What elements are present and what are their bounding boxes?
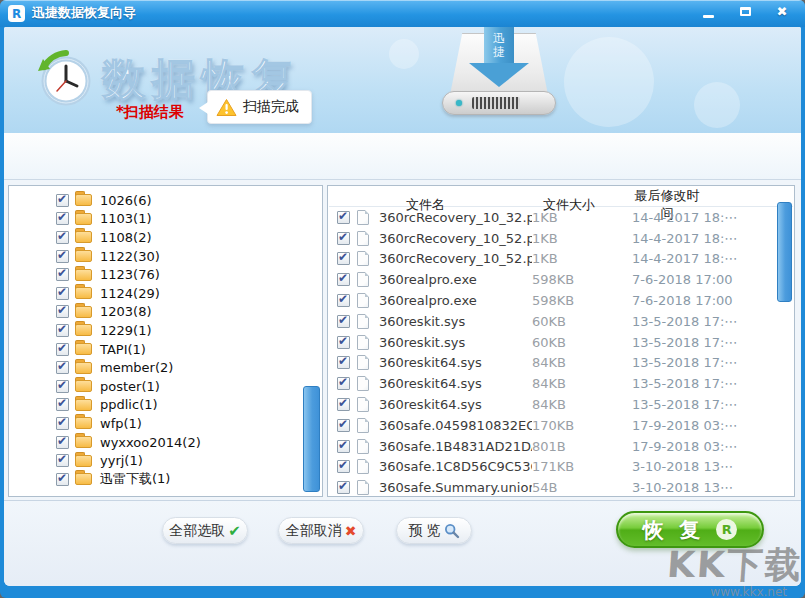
maximize-button[interactable] — [731, 2, 759, 21]
file-icon — [357, 231, 369, 246]
file-row[interactable]: 360reskit.sys 60KB 13-5-2018 17:⋯ — [329, 311, 793, 332]
tree-item[interactable]: poster(1) — [10, 377, 321, 396]
tree-item[interactable]: ppdlic(1) — [10, 396, 321, 415]
folder-checkbox[interactable] — [56, 268, 69, 281]
file-checkbox[interactable] — [337, 481, 350, 494]
file-row[interactable]: 360rcRecovery_10_52.png 1KB 14-4-2017 18… — [329, 228, 793, 249]
folder-checkbox[interactable] — [56, 398, 69, 411]
magnifier-icon — [444, 523, 460, 539]
tree-item[interactable]: yyrj(1) — [10, 451, 321, 470]
folder-checkbox[interactable] — [56, 287, 69, 300]
file-row[interactable]: 360realpro.exe 598KB 7-6-2018 17:00 — [329, 290, 793, 311]
file-list-header: 文件名 文件大小 最后修改时间 — [329, 187, 793, 207]
tree-item[interactable]: 1124(29) — [10, 284, 321, 303]
tree-item[interactable]: wfp(1) — [10, 414, 321, 433]
tree-scrollbar-thumb[interactable] — [303, 386, 320, 492]
file-modified: 13-5-2018 17:⋯ — [632, 314, 793, 329]
folder-tree-panel: 1026(6) 1103(1) 1108(2) — [8, 185, 323, 497]
file-row[interactable]: 360reskit64.sys 84KB 13-5-2018 17:⋯ — [329, 353, 793, 374]
file-row[interactable]: 360safe.1B4831AD21DA⋯ 801B 17-9-2018 03:… — [329, 436, 793, 457]
file-row[interactable]: 360safe.0459810832EC3⋯ 170KB 17-9-2018 0… — [329, 415, 793, 436]
file-row[interactable]: 360realpro.exe 598KB 7-6-2018 17:00 — [329, 269, 793, 290]
scan-result-label: *扫描结果 — [116, 103, 184, 122]
folder-checkbox[interactable] — [56, 473, 69, 486]
folder-checkbox[interactable] — [56, 231, 69, 244]
folder-checkbox[interactable] — [56, 212, 69, 225]
file-row[interactable]: 360reskit.sys 60KB 13-5-2018 17:⋯ — [329, 332, 793, 353]
file-checkbox[interactable] — [337, 315, 350, 328]
tree-item[interactable]: 迅雷下载(1) — [10, 470, 321, 489]
preview-button[interactable]: 预 览 — [396, 517, 472, 544]
tree-item[interactable]: 1103(1) — [10, 210, 321, 229]
file-row[interactable]: 360reskit64.sys 84KB 13-5-2018 17:⋯ — [329, 373, 793, 394]
bokeh-decoration — [694, 82, 740, 128]
file-checkbox[interactable] — [337, 440, 350, 453]
registered-badge-icon: R — [716, 519, 737, 540]
file-checkbox[interactable] — [337, 377, 350, 390]
tree-item[interactable]: 1203(8) — [10, 303, 321, 322]
close-button[interactable]: ✖ — [768, 2, 796, 21]
folder-checkbox[interactable] — [56, 417, 69, 430]
file-checkbox[interactable] — [337, 460, 350, 473]
file-row[interactable]: 360safe.1C8D56C9C53C⋯ 171KB 3-10-2018 13… — [329, 457, 793, 478]
file-icon — [357, 418, 369, 433]
select-all-button[interactable]: 全部选取 ✔ — [162, 517, 248, 544]
folder-icon — [75, 306, 92, 318]
file-icon — [357, 355, 369, 370]
folder-checkbox[interactable] — [56, 343, 69, 356]
file-checkbox[interactable] — [337, 356, 350, 369]
folder-checkbox[interactable] — [56, 250, 69, 263]
file-modified: 3-10-2018 13⋯ — [632, 459, 793, 474]
recover-button[interactable]: 恢 复 R — [616, 511, 764, 548]
folder-checkbox[interactable] — [56, 305, 69, 318]
watermark-site: www.kkx.net — [667, 586, 803, 598]
file-row[interactable]: 360rcRecovery_10_32.png 1KB 14-4-2017 18… — [329, 207, 793, 228]
file-name: 360realpro.exe — [379, 293, 532, 308]
file-row[interactable]: 360reskit64.sys 84KB 13-5-2018 17:⋯ — [329, 394, 793, 415]
tree-item[interactable]: wyxxoo2014(2) — [10, 433, 321, 452]
tree-item[interactable]: 1122(30) — [10, 247, 321, 266]
folder-icon — [75, 417, 92, 429]
file-icon — [357, 439, 369, 454]
file-checkbox[interactable] — [337, 398, 350, 411]
file-row[interactable]: 360safe.Summary.union1 54B 3-10-2018 13⋯ — [329, 477, 793, 495]
file-checkbox[interactable] — [337, 419, 350, 432]
folder-label: wfp(1) — [100, 416, 142, 431]
folder-checkbox[interactable] — [56, 436, 69, 449]
app-logo-icon: R — [8, 5, 25, 22]
file-checkbox[interactable] — [337, 294, 350, 307]
folder-checkbox[interactable] — [56, 194, 69, 207]
folder-icon — [75, 287, 92, 299]
search-bar: 搜索文件: 搜 索 选择恢复路径 ··· — [4, 133, 801, 180]
file-size: 1KB — [532, 251, 632, 266]
folder-checkbox[interactable] — [56, 361, 69, 374]
folder-checkbox[interactable] — [56, 454, 69, 467]
tree-item[interactable]: 1108(2) — [10, 228, 321, 247]
app-window: R 迅捷数据恢复向导 ✖ 数据恢复 *扫描结 — [0, 0, 805, 598]
tree-item[interactable]: TAPI(1) — [10, 340, 321, 359]
file-checkbox[interactable] — [337, 336, 350, 349]
header-banner: 数据恢复 *扫描结果 扫描完成 迅 捷 — [4, 27, 801, 133]
file-name: 360rcRecovery_10_52.png — [379, 231, 532, 246]
file-name: 360safe.0459810832EC3⋯ — [379, 418, 532, 433]
file-row[interactable]: 360rcRecovery_10_52.png 1KB 14-4-2017 18… — [329, 249, 793, 270]
file-checkbox[interactable] — [337, 273, 350, 286]
folder-label: 1203(8) — [100, 304, 152, 319]
folder-icon — [75, 380, 92, 392]
minimize-button[interactable] — [694, 2, 722, 21]
window-title: 迅捷数据恢复向导 — [32, 0, 136, 27]
file-name: 360realpro.exe — [379, 272, 532, 287]
tree-item[interactable]: member(2) — [10, 358, 321, 377]
deselect-all-button[interactable]: 全部取消 ✖ — [278, 517, 364, 544]
list-scrollbar-thumb[interactable] — [777, 202, 792, 302]
folder-checkbox[interactable] — [56, 324, 69, 337]
tree-item[interactable]: 1026(6) — [10, 191, 321, 210]
file-checkbox[interactable] — [337, 211, 350, 224]
file-modified: 3-10-2018 13⋯ — [632, 480, 793, 495]
file-checkbox[interactable] — [337, 232, 350, 245]
folder-checkbox[interactable] — [56, 380, 69, 393]
tree-item[interactable]: 1123(76) — [10, 265, 321, 284]
file-modified: 13-5-2018 17:⋯ — [632, 355, 793, 370]
tree-item[interactable]: 1229(1) — [10, 321, 321, 340]
file-checkbox[interactable] — [337, 252, 350, 265]
